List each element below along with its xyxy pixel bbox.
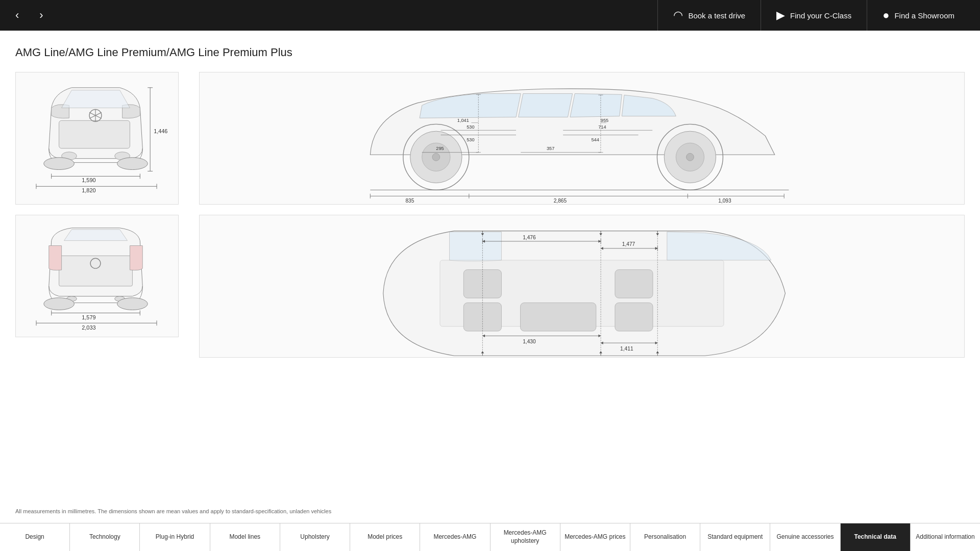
find-c-class-link[interactable]: ▶ Find your C-Class: [761, 0, 867, 31]
svg-text:1,430: 1,430: [523, 339, 536, 344]
svg-text:530: 530: [467, 137, 474, 142]
find-showroom-link[interactable]: ● Find a Showroom: [867, 0, 970, 31]
side-view-svg: 1,041 955 530 530: [200, 72, 964, 204]
diagrams-area: 1,446 1,590 1,820: [15, 72, 965, 503]
svg-text:714: 714: [598, 124, 606, 130]
main-content: AMG Line/AMG Line Premium/AMG Line Premi…: [0, 31, 980, 523]
svg-text:1,590: 1,590: [82, 177, 95, 183]
svg-rect-83: [615, 303, 653, 331]
svg-rect-21: [59, 256, 133, 286]
location-icon: ●: [883, 9, 889, 22]
top-view-diagram: 1,476 1,477: [199, 215, 965, 358]
car-icon: ▶: [776, 9, 785, 22]
bottom-nav-item-11[interactable]: Genuine accessories: [770, 523, 840, 551]
book-test-drive-label: Book a test drive: [688, 11, 745, 20]
nav-arrows: ‹ ›: [10, 6, 48, 24]
svg-text:1,477: 1,477: [622, 241, 635, 247]
svg-text:1,476: 1,476: [523, 235, 536, 240]
book-test-drive-link[interactable]: ◠ Book a test drive: [657, 0, 761, 31]
find-showroom-label: Find a Showroom: [894, 11, 954, 20]
bottom-nav-item-12[interactable]: Technical data: [841, 523, 911, 551]
bottom-nav-item-8[interactable]: Mercedes-AMG prices: [560, 523, 630, 551]
bottom-nav: DesignTechnologyPlug-in HybridModel line…: [0, 523, 980, 551]
svg-point-7: [44, 158, 75, 170]
left-diagrams: 1,446 1,590 1,820: [15, 72, 179, 503]
page-title: AMG Line/AMG Line Premium/AMG Line Premi…: [15, 46, 965, 59]
bottom-nav-item-10[interactable]: Standard equipment: [700, 523, 770, 551]
svg-rect-0: [59, 120, 130, 148]
svg-text:544: 544: [591, 137, 599, 142]
rear-view-svg: 1,579 2,033: [16, 215, 178, 337]
svg-text:530: 530: [467, 124, 474, 130]
svg-text:1,093: 1,093: [718, 198, 731, 204]
bottom-nav-item-4[interactable]: Upholstery: [280, 523, 350, 551]
top-view-svg: 1,476 1,477: [200, 215, 964, 357]
svg-point-38: [432, 153, 440, 161]
front-view-diagram: 1,446 1,590 1,820: [15, 72, 179, 205]
bottom-nav-item-3[interactable]: Model lines: [210, 523, 280, 551]
bottom-nav-item-7[interactable]: Mercedes-AMG upholstery: [491, 523, 560, 551]
prev-button[interactable]: ‹: [10, 6, 24, 24]
svg-text:1,579: 1,579: [82, 314, 95, 320]
svg-text:357: 357: [547, 146, 554, 151]
bottom-nav-item-5[interactable]: Model prices: [350, 523, 420, 551]
front-view-svg: 1,446 1,590 1,820: [16, 72, 178, 204]
bottom-nav-item-2[interactable]: Plug-in Hybrid: [140, 523, 210, 551]
svg-point-8: [117, 158, 148, 170]
side-view-diagram: 1,041 955 530 530: [199, 72, 965, 205]
svg-text:1,820: 1,820: [82, 187, 95, 193]
svg-text:2,865: 2,865: [554, 198, 567, 204]
svg-rect-82: [521, 303, 596, 331]
svg-text:835: 835: [405, 198, 414, 204]
svg-point-25: [44, 298, 75, 310]
svg-point-42: [687, 153, 694, 161]
next-button[interactable]: ›: [34, 6, 48, 24]
find-c-class-label: Find your C-Class: [790, 11, 851, 20]
svg-text:295: 295: [436, 146, 444, 151]
rear-view-diagram: 1,579 2,033: [15, 215, 179, 337]
steering-wheel-icon: ◠: [673, 9, 683, 22]
bottom-nav-item-13[interactable]: Additional information: [911, 523, 980, 551]
svg-point-26: [117, 298, 148, 310]
bottom-nav-item-6[interactable]: Mercedes-AMG: [420, 523, 490, 551]
bottom-nav-item-1[interactable]: Technology: [70, 523, 140, 551]
header: ‹ › ◠ Book a test drive ▶ Find your C-Cl…: [0, 0, 980, 31]
svg-text:1,041: 1,041: [457, 118, 469, 123]
svg-text:2,033: 2,033: [82, 324, 95, 331]
svg-text:1,446: 1,446: [154, 128, 167, 134]
svg-text:1,411: 1,411: [620, 346, 633, 352]
svg-rect-80: [615, 270, 653, 298]
bottom-nav-item-0[interactable]: Design: [0, 523, 70, 551]
header-actions: ◠ Book a test drive ▶ Find your C-Class …: [657, 0, 970, 31]
right-diagrams: 1,041 955 530 530: [199, 72, 965, 503]
svg-text:955: 955: [601, 118, 608, 123]
bottom-nav-item-9[interactable]: Personalisation: [630, 523, 700, 551]
footer-note: All measurements in millimetres. The dim…: [15, 508, 965, 517]
